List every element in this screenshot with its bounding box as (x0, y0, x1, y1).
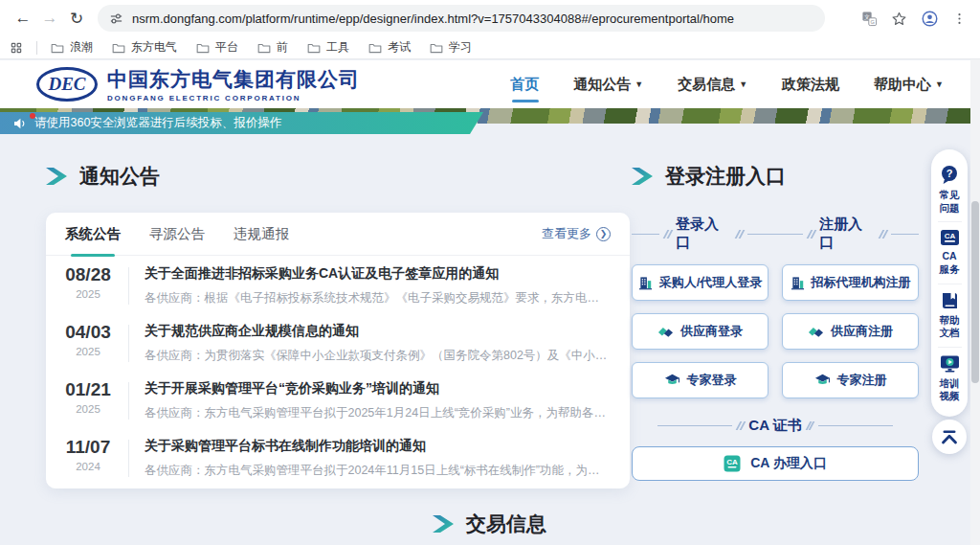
dec-logo[interactable]: DEC (36, 67, 98, 102)
url-bar[interactable]: nsrm.dongfang.com/platform/runtime/epp/d… (98, 5, 825, 32)
login-section-title: 登录注册入口 (665, 163, 786, 190)
notice-row[interactable]: 01/21 2025 关于开展采购管理平台“竞价采购业务”培训的通知 各供应商：… (46, 371, 630, 428)
expert-login-button[interactable]: 专家登录 (632, 362, 768, 398)
svg-text:CA: CA (726, 458, 738, 466)
login-entries-header: 登录入口 (632, 216, 775, 252)
section-arrow-icon (433, 515, 454, 533)
notice-date: 04/03 2025 (54, 322, 122, 357)
translate-icon[interactable]: 文G (861, 11, 878, 27)
arrow-up-to-top-icon (940, 428, 959, 445)
supplier-login-button[interactable]: 供应商登录 (632, 313, 768, 350)
notice-date: 08/28 2025 (54, 264, 122, 300)
ca-service-button[interactable]: CA CA服务 (938, 221, 962, 283)
bookmark-folder[interactable]: 浪潮 (51, 39, 93, 56)
faq-button[interactable]: ? 常见问题 (938, 158, 962, 221)
notice-title[interactable]: 关于规范供应商企业规模信息的通知 (145, 323, 611, 340)
profile-avatar-icon[interactable] (921, 10, 939, 28)
ca-badge-icon: CA (724, 455, 741, 472)
register-entries-header: 注册入口 (775, 216, 919, 252)
ca-card-icon: CA (940, 229, 960, 246)
notice-date: 11/07 2024 (54, 437, 122, 472)
bookmark-folder[interactable]: 工具 (307, 39, 349, 56)
active-tab-underline (71, 254, 115, 257)
question-icon: ? (940, 165, 959, 185)
handshake-icon (657, 325, 674, 338)
section-arrow-icon (632, 168, 653, 185)
graduation-cap-icon (814, 374, 831, 387)
chevron-down-icon: ▼ (935, 79, 944, 89)
back-icon[interactable]: ← (10, 5, 36, 32)
main-nav: 首页 通知公告 ▼ 交易信息 ▼ 政策法规 帮助中心 ▼ (510, 76, 944, 94)
svg-text:G: G (870, 18, 874, 24)
notice-date: 01/21 2025 (54, 379, 122, 415)
notices-section-title: 通知公告 (79, 163, 160, 190)
expert-register-button[interactable]: 专家注册 (782, 362, 919, 398)
bookmarks-bar: 浪潮 东方电气 平台 前 工具 考试 学习 (0, 36, 980, 59)
login-register-section: 登录注册入口 登录入口 注册入口 采购人/代理人登录 招标代理机构注册 供应商登… (632, 163, 919, 481)
forward-icon[interactable]: → (36, 5, 63, 32)
training-videos-button[interactable]: 培训视频 (938, 347, 962, 410)
notices-section-header: 通知公告 (46, 163, 630, 190)
notice-title[interactable]: 关于全面推进非招标采购业务CA认证及电子签章应用的通知 (145, 265, 611, 283)
nav-item-policies[interactable]: 政策法规 (782, 76, 839, 94)
page-scrollbar-track[interactable] (970, 59, 980, 545)
purchaser-agent-login-button[interactable]: 采购人/代理人登录 (632, 264, 768, 301)
notices-section: 通知公告 系统公告 寻源公告 违规通报 查看更多 ❯ 08/28 2025 (46, 163, 630, 488)
notice-desc: 各供应商：东方电气采购管理平台拟于2025年1月24日上线“竞价采购”业务，为帮… (145, 405, 611, 421)
trade-section-header: 交易信息 (433, 511, 546, 537)
svg-text:?: ? (947, 168, 953, 179)
notice-row[interactable]: 11/07 2024 关于采购管理平台标书在线制作功能培训的通知 各供应商：东方… (46, 428, 630, 486)
site-header: DEC 中国东方电气集团有限公司 DONGFANG ELECTRIC CORPO… (0, 60, 980, 108)
supplier-register-button[interactable]: 供应商注册 (782, 313, 919, 350)
back-to-top-button[interactable] (932, 420, 967, 454)
building-icon (791, 276, 805, 290)
divider (128, 325, 129, 362)
bookmark-star-icon[interactable] (891, 11, 907, 27)
apps-grid-icon[interactable] (10, 41, 23, 55)
notice-row[interactable]: 04/03 2025 关于规范供应商企业规模信息的通知 各供应商：为贯彻落实《保… (46, 313, 630, 371)
floating-help-panel: ? 常见问题 CA CA服务 帮助文档 培训视频 (931, 149, 968, 417)
chevron-right-circle-icon: ❯ (596, 227, 611, 241)
divider (128, 382, 129, 420)
notice-desc: 各供应商：为贯彻落实《保障中小企业款项支付条例》（国务院令第802号）及《中小企… (145, 348, 611, 364)
ticker-text: 请使用360安全浏览器进行后续投标、报价操作 (34, 115, 281, 131)
bookmark-folder[interactable]: 学习 (430, 39, 472, 56)
tab-system-notices[interactable]: 系统公告 (65, 213, 121, 256)
notice-title[interactable]: 关于采购管理平台标书在线制作功能培训的通知 (145, 438, 611, 455)
bookmark-folder[interactable]: 前 (257, 39, 288, 56)
bookmark-folder[interactable]: 东方电气 (112, 39, 177, 56)
bookmark-folder[interactable]: 平台 (196, 39, 238, 56)
tab-sourcing-notices[interactable]: 寻源公告 (149, 213, 205, 256)
ca-apply-button[interactable]: CA CA 办理入口 (632, 446, 919, 481)
help-docs-button[interactable]: 帮助文档 (938, 284, 962, 347)
notice-title[interactable]: 关于开展采购管理平台“竞价采购业务”培训的通知 (145, 380, 611, 397)
company-name-en: DONGFANG ELECTRIC CORPORATION (107, 94, 360, 102)
view-more-link[interactable]: 查看更多 ❯ (542, 225, 611, 242)
notification-dot (30, 113, 35, 119)
nav-item-notices[interactable]: 通知公告 ▼ (573, 76, 643, 94)
nav-item-trade-info[interactable]: 交易信息 ▼ (678, 76, 747, 94)
reload-icon[interactable]: ↻ (63, 5, 90, 32)
bidding-agency-register-button[interactable]: 招标代理机构注册 (782, 264, 919, 301)
notice-row[interactable]: 08/28 2025 关于全面推进非招标采购业务CA认证及电子签章应用的通知 各… (46, 256, 630, 313)
login-section-header: 登录注册入口 (632, 163, 919, 190)
nav-item-help-center[interactable]: 帮助中心 ▼ (874, 76, 944, 94)
divider (128, 440, 129, 477)
menu-kebab-icon[interactable] (952, 11, 967, 26)
site-info-icon[interactable] (109, 11, 123, 26)
nav-item-home[interactable]: 首页 (510, 76, 539, 94)
graduation-cap-icon (664, 374, 680, 387)
company-name: 中国东方电气集团有限公司 DONGFANG ELECTRIC CORPORATI… (107, 66, 360, 102)
notices-tabs: 系统公告 寻源公告 违规通报 查看更多 ❯ (46, 213, 630, 256)
notices-card: 系统公告 寻源公告 违规通报 查看更多 ❯ 08/28 2025 关于全面推进非… (46, 213, 630, 488)
active-nav-underline (512, 100, 539, 102)
browser-toolbar: ← → ↻ nsrm.dongfang.com/platform/runtime… (0, 0, 980, 36)
tab-violation-reports[interactable]: 违规通报 (234, 213, 289, 256)
handshake-icon (808, 325, 824, 338)
chevron-down-icon: ▼ (739, 79, 747, 89)
video-icon (940, 354, 960, 374)
bookmarks-divider (36, 41, 37, 55)
notice-desc: 各供应商：根据《电子招标投标系统技术规范》《电子采购交易规范》要求，东方电气采购… (145, 290, 611, 307)
bookmark-folder[interactable]: 考试 (368, 39, 411, 56)
page-scrollbar-thumb[interactable] (971, 201, 979, 383)
